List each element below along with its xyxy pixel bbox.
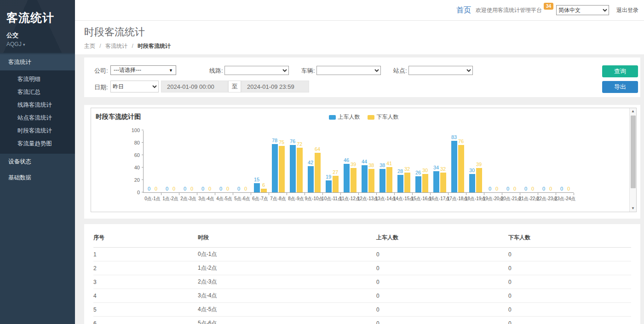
legend-label-boarding: 上车人数 [338,113,360,121]
header-alighting: 下车人数 [508,230,631,248]
sidebar-item-trend-chart[interactable]: 客流量趋势图 [0,137,75,150]
bar-value-label: 0 [208,186,211,191]
sidebar: 客流统计 公交 AQGJ ▾ 客流统计 客流明细 客流汇总 线路客流统计 站点客… [0,0,75,324]
scroll-up-icon[interactable]: ▲ [631,108,635,115]
chart-bar-group: 1566点-7点 [251,130,269,192]
legend-item-alighting: 下车人数 [368,113,399,121]
notification-badge[interactable]: 34 [544,3,553,10]
table-row: 32点-3点00 [93,275,631,289]
date-to-input[interactable]: 2024-01-09 23:59 [241,81,309,93]
chart-bar: 39 [351,168,356,192]
chart-bar-group: 003点-4点 [197,130,215,192]
bar-value-label: 27 [333,170,338,175]
bar-value-label: 46 [344,158,349,163]
bar-value-label: 0 [226,186,229,191]
chart-bar: 44 [362,165,368,192]
date-label: 日期: [94,83,108,92]
bar-value-label: 34 [433,165,439,170]
chart-bar-group: 463911点-12点 [341,130,359,192]
sidebar-item-period-stats[interactable]: 时段客流统计 [0,124,75,137]
bar-value-label: 19 [326,174,331,179]
bar-value-label: 38 [380,163,385,168]
chart-legend: 上车人数 下车人数 [329,113,399,121]
x-axis-tick-label: 8点-9点 [288,196,304,202]
station-select[interactable] [408,66,473,75]
chart-bar: 19 [326,180,332,192]
table-body: 10点-1点0021点-2点0032点-3点0043点-4点0054点-5点00… [93,248,631,324]
chevron-down-icon: ▾ [23,42,25,47]
bar-value-label: 0 [201,186,204,191]
y-axis-tick-label: 100 [132,128,140,133]
chart-bar-group: 0020点-21点 [502,130,520,192]
sidebar-item-station-stats[interactable]: 站点客流统计 [0,111,75,124]
sidebar-logo-area: 客流统计 公交 AQGJ ▾ [0,0,75,53]
logout-link[interactable]: 退出登录 [616,6,638,14]
y-axis-tick-label: 40 [134,165,140,170]
chart-bar: 39 [476,168,482,192]
bar-value-label: 0 [166,186,168,191]
bar-value-label: 0 [148,186,150,191]
bar-value-label: 32 [404,167,410,172]
scroll-down-icon[interactable]: ▼ [631,205,635,212]
bar-value-label: 0 [219,186,222,191]
bar-value-label: 78 [272,138,277,143]
bar-value-label: 38 [368,163,374,168]
export-button[interactable]: 导出 [602,81,638,93]
bar-value-label: 72 [297,142,302,147]
date-preset-select[interactable]: 昨日 [110,81,159,93]
chart-bar: 76 [290,145,296,192]
legend-swatch-alighting [368,115,374,120]
sidebar-menu: 客流统计 客流明细 客流汇总 线路客流统计 站点客流统计 时段客流统计 客流量趋… [0,54,75,186]
date-from-input[interactable]: 2024-01-09 00:00 [161,81,228,93]
sidebar-item-passenger-summary[interactable]: 客流汇总 [0,86,75,98]
x-axis-tick-label: 23点-24点 [555,196,576,202]
chart-bar-group: 0019点-20点 [484,130,502,192]
sidebar-item-passenger-stats[interactable]: 客流统计 [0,54,75,70]
sidebar-user-dropdown[interactable]: AQGJ ▾ [6,41,69,47]
line-select[interactable] [224,66,289,75]
chart-bar-group: 000点-1点 [144,130,161,192]
chart-title: 时段车流统计图 [96,113,141,121]
chart-bar: 34 [433,171,439,192]
chart-bar-group: 303918点-19点 [466,130,484,192]
company-select[interactable]: ---请选择--- ▼ [110,65,176,75]
sidebar-item-device-status[interactable]: 设备状态 [0,154,75,170]
sidebar-item-passenger-detail[interactable]: 客流明细 [0,73,75,86]
content: 公司: ---请选择--- ▼ 线路: 车辆: 站点: 日期: 昨日 2024-… [75,54,644,324]
language-select[interactable]: 简体中文 [556,5,609,15]
x-axis-tick-label: 0点-1点 [144,196,160,202]
query-button[interactable]: 查询 [602,65,638,77]
bar-value-label: 15 [254,177,259,182]
sidebar-item-base-data[interactable]: 基础数据 [0,170,75,186]
home-link[interactable]: 首页 [456,6,471,15]
company-label: 公司: [94,67,108,75]
breadcrumb-passenger-stats[interactable]: 客流统计 [105,43,127,49]
bar-value-label: 0 [495,186,498,191]
breadcrumb-home[interactable]: 主页 [84,43,95,49]
sidebar-item-line-stats[interactable]: 线路客流统计 [0,98,75,111]
chart-bar-group: 0023点-24点 [556,130,574,192]
chart-bar: 41 [386,167,392,192]
app-logo-title: 客流统计 [6,10,69,25]
chart-bar: 64 [315,153,321,192]
bar-value-label: 0 [560,186,563,191]
bar-value-label: 0 [567,186,570,191]
chart-bar-group: 343216点-17点 [431,130,448,192]
date-range-separator: 至 [228,81,241,93]
page-header: 时段客流统计 主页 / 客流统计 / 时段客流统计 [75,21,644,54]
breadcrumb: 主页 / 客流统计 / 时段客流统计 [84,42,644,50]
vehicle-select[interactable] [316,66,381,75]
bar-value-label: 30 [422,168,428,173]
x-axis-tick-label: 6点-7点 [252,196,268,202]
chart-scrollbar[interactable]: ▲ ▼ [629,108,636,212]
chart-bar: 38 [368,169,374,192]
topbar: 首页 欢迎使用客流统计管理平台 34 简体中文 退出登录 [75,0,644,21]
bar-value-label: 83 [451,135,457,140]
chart-bar-group: 837617点-18点 [448,130,466,192]
scrollbar-thumb[interactable] [631,116,636,188]
header-period: 时段 [198,230,376,248]
table-row: 21点-2点00 [93,261,631,275]
chart-bar: 26 [415,176,421,192]
bar-value-label: 42 [308,160,313,165]
bar-value-label: 44 [362,159,367,164]
